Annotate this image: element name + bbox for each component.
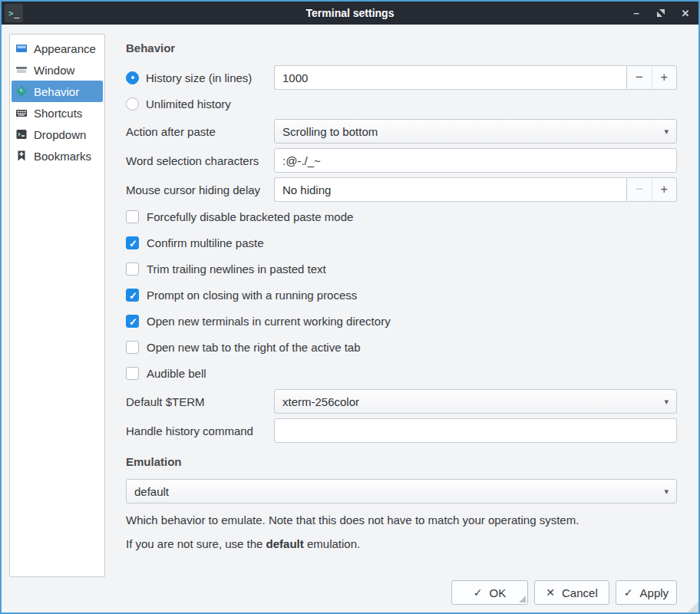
checkbox-row-bracketed-paste[interactable]: Forcefully disable bracketed paste mode	[126, 209, 677, 224]
unlimited-history-radio-row[interactable]: Unlimited history	[126, 97, 274, 111]
emulation-row: default ▾	[126, 479, 677, 503]
default-term-dropdown[interactable]: xterm-256color ▾	[274, 389, 677, 414]
open-in-cwd-checkbox[interactable]	[126, 315, 139, 328]
checkbox-row-prompt-on-closing[interactable]: Prompt on closing with a running process	[126, 287, 677, 302]
checkbox-label: Open new terminals in current working di…	[147, 315, 391, 328]
history-size-label: History size (in lines)	[146, 71, 252, 84]
action-after-paste-value: Scrolling to bottom	[282, 125, 378, 138]
sidebar-item-appearance[interactable]: Appearance	[12, 38, 103, 59]
mouse-cursor-delay-decrement-button[interactable]: −	[627, 178, 652, 201]
checkbox-label: Forcefully disable bracketed paste mode	[147, 210, 353, 223]
terminal-underscore-glyph: _	[15, 8, 20, 18]
mouse-cursor-delay-input[interactable]	[274, 177, 626, 202]
mouse-cursor-delay-spinbox: − +	[274, 177, 677, 202]
window-icon	[15, 64, 28, 76]
history-size-spinbox: − +	[274, 65, 677, 90]
sidebar-item-window[interactable]: Window	[12, 59, 103, 81]
emulation-value: default	[134, 485, 169, 498]
checkbox-label: Prompt on closing with a running process	[147, 289, 357, 302]
behavior-section-heading: Behavior	[126, 41, 677, 55]
sidebar-item-label: Bookmarks	[34, 150, 91, 163]
audible-bell-checkbox[interactable]	[126, 367, 139, 380]
confirm-multiline-checkbox[interactable]	[126, 236, 139, 249]
history-size-row: History size (in lines) − +	[126, 65, 677, 90]
handle-history-input[interactable]	[274, 418, 677, 443]
maximize-icon	[656, 8, 665, 18]
word-selection-row: Word selection characters	[126, 148, 677, 173]
help-line2-suffix: emulation.	[304, 537, 360, 550]
default-term-row: Default $TERM xterm-256color ▾	[126, 389, 677, 414]
handle-history-row: Handle history command	[126, 418, 677, 443]
mouse-cursor-delay-label: Mouse cursor hiding delay	[126, 183, 274, 196]
open-tab-right-checkbox[interactable]	[126, 341, 139, 354]
sidebar-item-shortcuts[interactable]: Shortcuts	[12, 102, 103, 124]
behavior-checkbox-list: Forcefully disable bracketed paste mode …	[126, 209, 677, 381]
chevron-down-icon: ▾	[664, 397, 669, 407]
minimize-button[interactable]: −	[631, 8, 642, 18]
behavior-gear-icon	[15, 85, 28, 97]
maximize-button[interactable]	[655, 8, 666, 18]
history-size-decrement-button[interactable]: −	[627, 66, 652, 89]
terminal-prompt-glyph: >	[8, 8, 14, 18]
checkbox-row-confirm-multiline[interactable]: Confirm multiline paste	[126, 235, 677, 250]
appearance-icon	[15, 42, 28, 54]
checkbox-row-audible-bell[interactable]: Audible bell	[126, 365, 677, 381]
chevron-down-icon: ▾	[664, 127, 669, 137]
ok-button[interactable]: ✓ OK	[451, 580, 528, 605]
sidebar-item-bookmarks[interactable]: Bookmarks	[12, 145, 103, 167]
window-resize-grip[interactable]	[688, 602, 698, 612]
history-size-spin-buttons: − +	[626, 65, 677, 90]
emulation-dropdown[interactable]: default ▾	[126, 479, 677, 503]
cancel-button[interactable]: ✕ Cancel	[534, 580, 609, 605]
checkbox-row-open-tab-right[interactable]: Open new tab to the right of the active …	[126, 339, 677, 355]
check-icon: ✓	[624, 586, 633, 599]
action-after-paste-dropdown[interactable]: Scrolling to bottom ▾	[274, 119, 677, 144]
window-title: Terminal settings	[2, 7, 698, 19]
terminal-settings-window: >_ Terminal settings − ✕ Appearance	[0, 0, 700, 614]
bracketed-paste-checkbox[interactable]	[126, 210, 139, 223]
help-line2-bold: default	[266, 537, 304, 550]
checkbox-row-open-in-cwd[interactable]: Open new terminals in current working di…	[126, 313, 677, 328]
word-selection-input[interactable]	[274, 148, 677, 173]
history-size-radio[interactable]	[126, 71, 139, 84]
default-term-value: xterm-256color	[282, 395, 359, 408]
history-size-radio-row[interactable]: History size (in lines)	[126, 71, 274, 84]
word-selection-label: Word selection characters	[126, 154, 274, 167]
emulation-help-line2: If you are not sure, use the default emu…	[126, 537, 677, 551]
history-size-input[interactable]	[274, 65, 626, 90]
mouse-cursor-delay-spin-buttons: − +	[626, 177, 677, 202]
cancel-button-label: Cancel	[562, 586, 598, 599]
terminal-app-icon: >_	[5, 4, 23, 22]
trim-newlines-checkbox[interactable]	[126, 262, 139, 276]
unlimited-history-radio[interactable]	[126, 97, 139, 111]
unlimited-history-row: Unlimited history	[126, 94, 677, 113]
behavior-settings-panel: Behavior History size (in lines) − + Unl…	[126, 35, 677, 551]
sidebar-item-dropdown[interactable]: Dropdown	[12, 124, 103, 145]
help-line2-prefix: If you are not sure, use the	[126, 537, 266, 550]
apply-button-label: Apply	[640, 586, 669, 599]
sidebar-item-label: Window	[34, 64, 74, 77]
action-after-paste-label: Action after paste	[126, 125, 274, 138]
titlebar: >_ Terminal settings − ✕	[2, 2, 698, 25]
prompt-on-closing-checkbox[interactable]	[126, 289, 139, 302]
sidebar-item-behavior[interactable]: Behavior	[12, 81, 103, 102]
checkbox-label: Audible bell	[147, 367, 206, 380]
checkbox-label: Trim trailing newlines in pasted text	[147, 262, 326, 276]
settings-sidebar: Appearance Window Behavior Shortcuts Dro…	[9, 34, 105, 577]
mouse-cursor-delay-increment-button[interactable]: +	[652, 178, 677, 201]
chevron-down-icon: ▾	[664, 487, 669, 497]
checkbox-row-trim-newlines[interactable]: Trim trailing newlines in pasted text	[126, 261, 677, 276]
checkbox-label: Confirm multiline paste	[147, 236, 264, 249]
apply-button[interactable]: ✓ Apply	[616, 580, 677, 605]
unlimited-history-label: Unlimited history	[146, 97, 231, 111]
bookmark-icon	[15, 150, 28, 162]
handle-history-label: Handle history command	[126, 424, 274, 437]
dropdown-terminal-icon	[15, 128, 28, 140]
window-controls: − ✕	[631, 2, 691, 25]
close-button[interactable]: ✕	[680, 8, 691, 18]
emulation-section-heading: Emulation	[126, 455, 677, 469]
sidebar-item-label: Behavior	[34, 85, 79, 98]
ok-button-label: OK	[490, 586, 507, 599]
check-icon: ✓	[474, 586, 483, 599]
history-size-increment-button[interactable]: +	[652, 66, 677, 89]
